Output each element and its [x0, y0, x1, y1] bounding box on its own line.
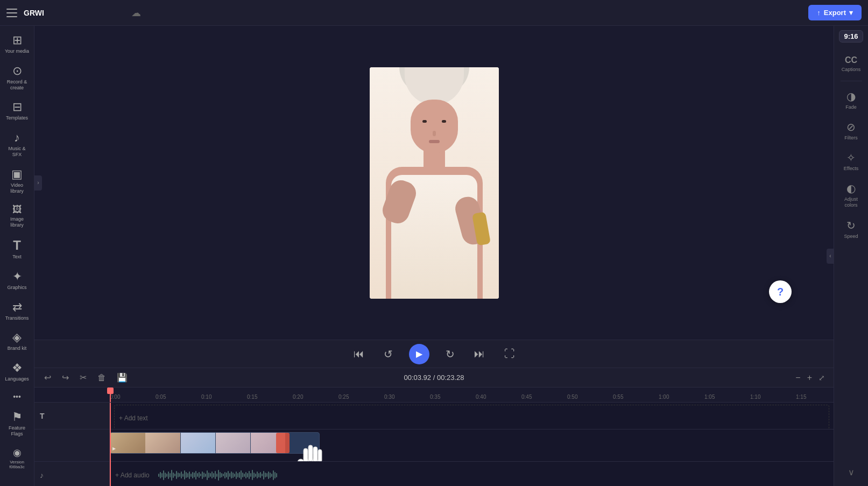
sidebar-item-languages[interactable]: ❖ Languages [2, 358, 32, 386]
right-sidebar-item-fade[interactable]: ◑ Fade [836, 86, 866, 114]
sidebar-item-templates[interactable]: ⊟ Templates [2, 97, 32, 125]
sidebar-item-music-sfx[interactable]: ♪ Music & SFX [2, 128, 32, 162]
ruler-mark-110: 1:10 [750, 394, 796, 400]
right-sidebar-item-adjust-colors[interactable]: ◐ Adjustcolors [836, 178, 866, 213]
ruler-mark-105: 1:05 [704, 394, 750, 400]
ruler-mark-45: 0:45 [521, 394, 567, 400]
adjust-colors-icon: ◐ [846, 182, 856, 195]
expand-bottom-button[interactable]: ∨ [848, 467, 855, 482]
sidebar-item-transitions[interactable]: ⇄ Transitions [2, 297, 32, 326]
menu-icon[interactable] [6, 9, 17, 17]
languages-icon: ❖ [12, 362, 23, 374]
sidebar-item-version[interactable]: ◉ Versionf06ba3c [2, 443, 32, 474]
version-icon: ◉ [13, 448, 22, 457]
zoom-in-button[interactable]: + [805, 371, 814, 385]
audio-track-content[interactable]: + Add audio [110, 462, 834, 486]
sidebar-item-more[interactable]: ••• [2, 389, 32, 405]
video-preview [370, 67, 499, 299]
sidebar-item-feature-flags[interactable]: ⚑ Feature Flags [2, 407, 32, 441]
right-sidebar-item-speed[interactable]: ↻ Speed [836, 215, 866, 243]
right-sidebar-item-effects[interactable]: ✧ Effects [836, 147, 866, 175]
add-text-label: + Add text [119, 414, 148, 422]
rewind-button[interactable]: ↺ [380, 344, 396, 364]
redo-button[interactable]: ↪ [59, 370, 72, 385]
right-sidebar-item-filters[interactable]: ⊘ Filters [836, 116, 866, 145]
speed-icon: ↻ [846, 219, 856, 232]
forward-button[interactable]: ↻ [442, 344, 458, 364]
your-media-icon: ⊞ [12, 34, 22, 46]
save-to-library-button[interactable]: 💾 [114, 370, 131, 385]
sidebar-item-graphics[interactable]: ✦ Graphics [2, 266, 32, 295]
controls-bar: ⏮ ↺ ▶ ↻ ⏭ ⛶ [34, 340, 834, 368]
skip-forward-button[interactable]: ⏭ [471, 344, 488, 363]
sidebar-item-brand-kit[interactable]: ◈ Brand kit [2, 327, 32, 356]
video-clip[interactable]: ▶ [110, 432, 320, 454]
sidebar-item-image-library[interactable]: 🖼 Image library [2, 200, 32, 233]
timeline-tracks: T + Add text [34, 403, 834, 486]
sidebar-label-record: Record &create [7, 79, 27, 91]
ruler-mark-10: 0:10 [201, 394, 247, 400]
more-icon: ••• [13, 393, 21, 400]
ruler-mark-100: 1:00 [659, 394, 704, 400]
skip-back-button[interactable]: ⏮ [350, 344, 368, 363]
collapse-left-sidebar-button[interactable]: › [34, 175, 42, 191]
captions-label: Captions [842, 67, 861, 72]
record-icon: ⊙ [12, 65, 22, 77]
effects-icon: ✧ [846, 151, 856, 164]
sidebar-label-graphics: Graphics [7, 285, 26, 291]
timeline-time-display: 00:03.92 / 00:23.28 [404, 374, 464, 382]
main-layout: ⊞ Your media ⊙ Record &create ⊟ Template… [0, 26, 868, 486]
divider-1 [841, 81, 862, 81]
zoom-out-button[interactable]: − [793, 371, 802, 385]
audio-track-row: ♪ + Add audio [34, 462, 834, 486]
cut-button[interactable]: ✂ [76, 370, 90, 385]
add-text-area[interactable]: + Add text [114, 405, 829, 429]
audio-track-label: ♪ [34, 462, 110, 486]
cloud-icon: ☁ [131, 7, 141, 19]
sidebar-label-text: Text [12, 254, 22, 260]
help-button[interactable]: ? [769, 280, 792, 303]
filters-label: Filters [844, 135, 858, 140]
ruler-mark-15: 0:15 [247, 394, 293, 400]
aspect-ratio-value: 9:16 [844, 33, 858, 40]
brand-kit-icon: ◈ [12, 332, 22, 343]
collapse-right-sidebar-button[interactable]: ‹ [827, 249, 834, 264]
ruler-mark-5: 0:05 [156, 394, 201, 400]
sidebar-item-text[interactable]: T Text [2, 235, 32, 264]
export-button[interactable]: ↑ Export ▾ [808, 5, 862, 20]
sidebar-item-record[interactable]: ⊙ Record &create [2, 61, 32, 95]
play-button[interactable]: ▶ [409, 344, 429, 364]
speed-label: Speed [844, 234, 858, 239]
timeline-area: ↩ ↪ ✂ 🗑 💾 00:03.92 / 00:23.28 − + ⤢ [34, 368, 834, 486]
sidebar-label-feature-flags: Feature Flags [4, 425, 30, 437]
timeline-toolbar: ↩ ↪ ✂ 🗑 💾 00:03.92 / 00:23.28 − + ⤢ [34, 368, 834, 388]
timeline-ruler: 0:00 0:05 0:10 0:15 0:20 0:25 0:30 0:35 … [34, 388, 834, 403]
graphics-icon: ✦ [12, 271, 22, 283]
effects-label: Effects [844, 166, 858, 171]
ruler-mark-55: 0:55 [613, 394, 659, 400]
sidebar-label-languages: Languages [5, 376, 29, 382]
ruler-mark-40: 0:40 [476, 394, 521, 400]
fullscreen-button[interactable]: ⛶ [501, 344, 518, 363]
header-left: ☁ [6, 7, 141, 19]
sidebar-label-transitions: Transitions [5, 315, 29, 321]
delete-button[interactable]: 🗑 [94, 371, 109, 385]
video-library-icon: ▣ [11, 168, 23, 180]
sidebar-label-image-library: Image library [4, 216, 30, 228]
left-sidebar: ⊞ Your media ⊙ Record &create ⊟ Template… [0, 26, 34, 486]
export-up-arrow: ↑ [817, 9, 821, 17]
text-track-row: T + Add text [34, 403, 834, 429]
project-title-input[interactable] [24, 9, 125, 17]
sidebar-item-your-media[interactable]: ⊞ Your media [2, 30, 32, 59]
undo-button[interactable]: ↩ [41, 370, 54, 385]
clip-thumbnail-1: ▶ [110, 433, 145, 453]
text-track-content[interactable]: + Add text [110, 403, 834, 429]
right-sidebar-item-captions[interactable]: CC Captions [836, 51, 866, 76]
timeline-zoom-controls: − + ⤢ [793, 371, 827, 385]
aspect-ratio-badge[interactable]: 9:16 [839, 30, 863, 43]
clip-thumbnail-4 [215, 433, 250, 453]
sidebar-item-video-library[interactable]: ▣ Video library [2, 164, 32, 199]
video-track-content[interactable]: ▶ [110, 429, 834, 461]
ruler-mark-30: 0:30 [384, 394, 430, 400]
timeline-expand-button[interactable]: ⤢ [816, 371, 827, 384]
